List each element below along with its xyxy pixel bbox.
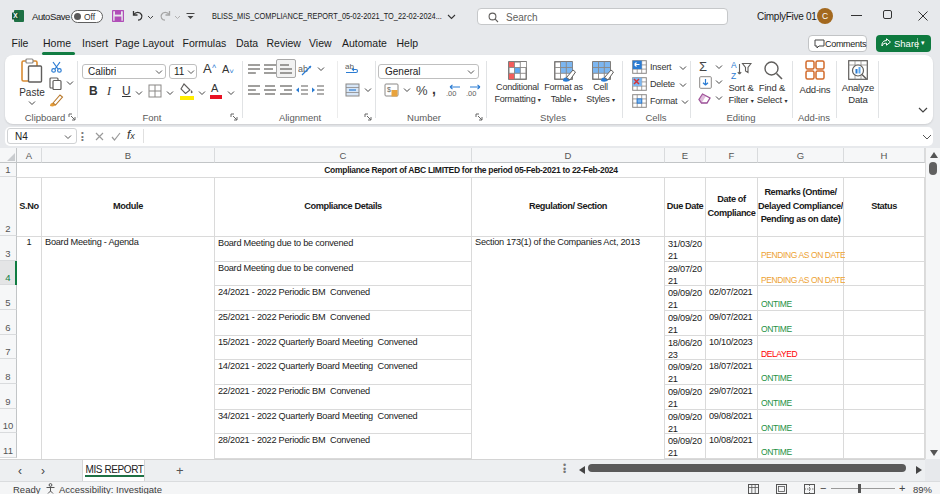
- svg-text:A: A: [731, 60, 737, 70]
- svg-text:Z: Z: [731, 71, 736, 81]
- svg-text:.00: .00: [466, 89, 476, 97]
- svg-text:.00: .00: [446, 89, 456, 97]
- svg-text:X: X: [13, 12, 18, 19]
- svg-text:ab: ab: [298, 64, 308, 74]
- svg-text:$: $: [387, 86, 391, 93]
